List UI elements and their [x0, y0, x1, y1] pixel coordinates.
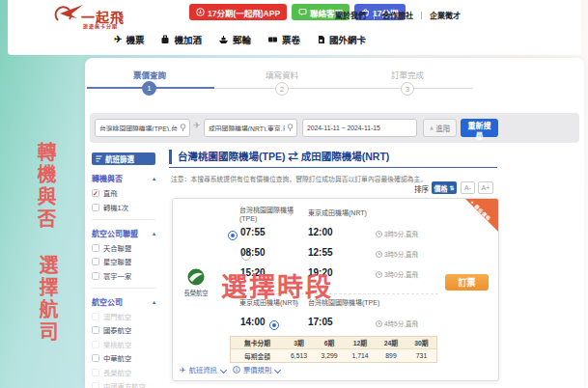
clock-icon — [376, 320, 382, 327]
fare-rules-link[interactable]: 票價規則 — [233, 365, 280, 374]
ship-icon — [218, 35, 229, 44]
filter-option-china-airlines-label: 中華航空 — [103, 353, 131, 363]
link-about-us[interactable]: 關於我們 — [335, 10, 366, 20]
nav-label-sim: 國外網卡 — [329, 33, 366, 46]
link-careers[interactable]: 企業徵才 — [430, 10, 461, 20]
filter-option-peach[interactable]: 樂桃航空 — [92, 340, 155, 349]
sort-az-button[interactable]: A- — [461, 181, 475, 194]
checkbox-star-alliance[interactable] — [92, 258, 99, 265]
outbound-to-header: 東京成田機場(NRT) — [308, 209, 367, 218]
filter-option-eva[interactable]: 長榮航空 — [92, 368, 155, 377]
filter-option-oneworld-label: 寰宇一家 — [103, 271, 131, 281]
filter-option-china-airlines[interactable]: 中華航空 — [92, 353, 155, 363]
origin-input[interactable] — [96, 125, 180, 131]
annotation-timeslot: 選擇時段 — [221, 266, 333, 304]
sort-icon: ⇅ — [449, 184, 454, 191]
main-nav: ✈ 機票 機加酒 郵輪 — [114, 33, 366, 46]
checkbox-air-macau[interactable] — [92, 313, 99, 320]
app-download-button[interactable]: 17分期(一起飛)APP — [189, 4, 287, 20]
destination-input[interactable] — [205, 125, 287, 131]
filter-option-star-alliance[interactable]: 星空聯盟 — [92, 257, 155, 266]
filter-option-oneworld[interactable]: 寰宇一家 — [92, 271, 155, 281]
filter-option-one-stop[interactable]: 轉機1次 — [92, 203, 155, 212]
plane-icon: ✈ — [180, 366, 186, 374]
destination-field[interactable] — [204, 119, 297, 137]
nav-label-cruise: 郵輪 — [233, 33, 251, 46]
checkbox-cathay[interactable] — [92, 326, 99, 334]
arr-time: 17:05 — [308, 317, 333, 327]
nav-label-tickets: 票卷 — [282, 33, 300, 46]
clock-icon — [376, 251, 382, 258]
results-notice: 注意：本搜尋系統提供有位有價機位查詢，實際訂位成功與否以訂單內容最後確認為主。 — [171, 174, 427, 183]
origin-field[interactable] — [95, 119, 190, 137]
filter-option-direct-label: 直飛 — [103, 188, 118, 198]
table-row-label: 每期金額 — [231, 349, 284, 362]
nav-label-flights: 機票 — [126, 33, 144, 46]
sort-price-label: 價格 — [434, 183, 447, 193]
checkbox-china-eastern[interactable] — [92, 382, 99, 388]
filter-option-china-eastern[interactable]: 中國東方航空 — [92, 381, 155, 388]
installment-table: 無卡分期 3期 6期 12期 24期 30期 每期金額 6,513 3,299 … — [230, 336, 437, 363]
arr-time: 12:00 — [308, 227, 333, 237]
caret-up-icon: ∧ — [430, 125, 434, 131]
advanced-search-label: 進階 — [435, 123, 450, 133]
filter-section-transfer[interactable]: 轉機與否 ▴ — [92, 173, 155, 183]
table-cell: 1,714 — [345, 349, 376, 362]
filter-option-star-alliance-label: 星空聯盟 — [103, 257, 131, 266]
step-circle-1: 1 — [142, 81, 156, 96]
route-plane-icon: ✈ — [288, 209, 294, 218]
table-cell: 6,513 — [284, 349, 314, 362]
step-circle-2: 2 — [275, 82, 289, 96]
airline-logo — [187, 268, 205, 286]
nav-item-flight-hotel[interactable]: 機加酒 — [160, 33, 202, 46]
search-bar: ✈ ∧ 進階 重新搜尋 — [90, 113, 579, 143]
duration: 3時5分,直飛 — [376, 249, 418, 259]
radio-inbound-1400[interactable] — [269, 320, 279, 330]
search-again-button[interactable]: 重新搜尋 — [461, 119, 498, 137]
table-cell: 731 — [406, 349, 436, 362]
filter-section-airlines[interactable]: 航空公司 ▴ — [92, 296, 155, 307]
filter-option-skyteam[interactable]: 天合聯盟 — [92, 243, 155, 253]
checkbox-china-airlines[interactable] — [92, 354, 99, 362]
filter-option-one-stop-label: 轉機1次 — [103, 203, 128, 212]
filter-header-label: 航班篩選 — [105, 153, 134, 164]
checkbox-one-stop[interactable] — [92, 204, 99, 211]
table-header: 6期 — [314, 337, 345, 349]
filter-option-air-macau[interactable]: 澳門航空 — [92, 312, 155, 321]
dep-time: 14:00 — [240, 317, 266, 327]
sort-za-button[interactable]: A+ — [478, 181, 493, 194]
dep-time: 07:55 — [240, 227, 266, 237]
arr-time: 12:55 — [308, 247, 333, 258]
sort-label: 排序 — [414, 183, 429, 194]
filter-option-cathay[interactable]: 國泰航空 — [92, 325, 155, 335]
link-partner-agency[interactable]: 合作旅社 — [382, 10, 413, 20]
checkbox-peach[interactable] — [92, 341, 99, 348]
filter-section-alliance[interactable]: 航空公司聯盟 ▴ — [92, 228, 155, 238]
sort-price-button[interactable]: 價格 ⇅ — [432, 181, 457, 194]
table-cell: 899 — [376, 349, 406, 362]
date-range-input[interactable] — [303, 125, 416, 131]
checkbox-eva[interactable] — [92, 369, 99, 376]
title-underline — [169, 167, 497, 168]
date-range-field[interactable] — [302, 119, 417, 137]
annotation-transfer: 轉機與否 — [32, 142, 60, 231]
checkbox-oneworld[interactable] — [92, 272, 99, 280]
advanced-search-button[interactable]: ∧ 進階 — [423, 119, 457, 137]
location-pin-icon — [287, 124, 294, 132]
app-download-icon — [196, 8, 205, 16]
filter-option-direct[interactable]: ✓ 直飛 — [92, 188, 155, 198]
nav-item-flights[interactable]: ✈ 機票 — [114, 33, 144, 46]
flight-info-link[interactable]: ✈ 航班資訊 — [180, 365, 226, 374]
collapse-icon: ▴ — [153, 298, 155, 305]
book-button[interactable]: 訂票 — [445, 274, 489, 291]
duration: 4時5分,直飛 — [376, 319, 418, 328]
table-header: 24期 — [376, 337, 406, 349]
nav-item-sim[interactable]: 國外網卡 — [317, 33, 366, 46]
checkbox-direct[interactable]: ✓ — [92, 189, 99, 197]
radio-outbound-0755[interactable] — [228, 231, 238, 240]
plane-icon: ✈ — [114, 35, 122, 44]
checkbox-skyteam[interactable] — [92, 244, 99, 252]
nav-item-cruise[interactable]: 郵輪 — [218, 33, 251, 46]
nav-label-flight-hotel: 機加酒 — [174, 33, 202, 46]
nav-item-tickets[interactable]: 票卷 — [267, 33, 300, 46]
